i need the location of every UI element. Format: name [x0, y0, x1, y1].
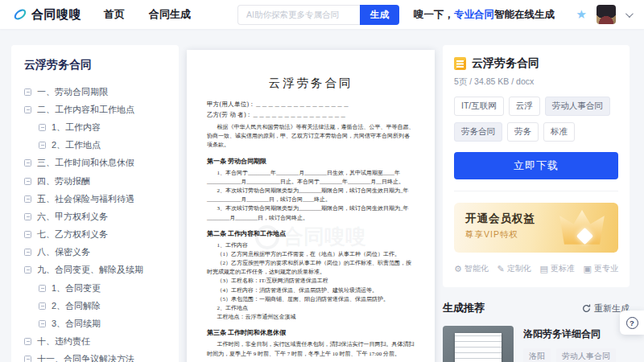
toc-label: 四、劳动报酬 — [37, 175, 90, 187]
toc-item[interactable]: 3、合同续期 — [24, 315, 171, 332]
doc-tag[interactable]: 标准 — [543, 122, 575, 142]
collapse-icon[interactable] — [24, 195, 31, 203]
doc-paragraph: 1、本合同于________年________月________日生效，其中试用… — [207, 169, 415, 187]
feature-item-1: ✎定制化 — [497, 263, 531, 274]
doc-meta: 5页 / 34.85 KB / docx — [454, 76, 618, 88]
doc-tag[interactable]: IT/互联网 — [454, 97, 504, 116]
collapse-icon[interactable] — [39, 285, 46, 292]
generate-button[interactable]: 生成 — [360, 5, 399, 25]
collapse-icon[interactable] — [39, 302, 46, 310]
collapse-icon[interactable] — [24, 106, 31, 113]
collapse-icon[interactable] — [39, 124, 46, 131]
collapse-icon[interactable] — [39, 320, 46, 327]
collapse-icon[interactable] — [24, 356, 31, 362]
doc-tag-list: IT/互联网云浮劳动人事合同劳务合同劳务标准 — [454, 97, 618, 142]
collapse-icon[interactable] — [39, 142, 46, 149]
toc-item[interactable]: 一、劳动合同期限 — [24, 83, 171, 101]
user-avatar[interactable] — [597, 5, 616, 24]
doc-paragraph: （3）工程名称：IT/互联网消防管道保温工程 — [207, 277, 415, 286]
recommend-tag[interactable]: 劳动人事合同 — [556, 348, 616, 362]
toc-item[interactable]: 1、合同变更 — [24, 279, 171, 297]
collapse-icon[interactable] — [24, 266, 31, 274]
help-floating-button[interactable]: ? — [620, 311, 644, 335]
feature-item-2: ▤更标准 — [539, 263, 574, 274]
nav-link-0[interactable]: 首页 — [104, 7, 125, 22]
doc-paragraph: 工作时间，非全日制，实行区域责任承包制，清扫保洁实行一日两扫。具体清扫时间为，夏… — [207, 340, 415, 358]
feature-icon: ▤ — [539, 264, 547, 274]
nav-link-1[interactable]: 合同生成 — [149, 7, 191, 22]
document-title: 云浮劳务合同 — [207, 76, 415, 91]
doc-paragraph: 3、本次续订劳动合同期限类型为________期限合同，续订合同生效日期为_年_… — [207, 204, 415, 222]
doc-section: 第二条 工作内容和工作地点1、工作内容（1）乙方同意根据甲方的工作需要，在（地点… — [207, 229, 415, 323]
doc-paragraph: 2、工作地点 — [207, 304, 415, 313]
toc-item[interactable]: 二、工作内容和工作地点 — [24, 101, 171, 118]
toc-label: 七、乙方权利义务 — [37, 228, 108, 241]
recommend-heading: 生成推荐 — [443, 301, 485, 315]
collapse-icon[interactable] — [24, 249, 31, 256]
recommend-thumbnail — [443, 326, 514, 362]
logo-text: 合同嗖嗖 — [31, 7, 81, 23]
toc-label: 三、工作时间和休息休假 — [37, 157, 134, 169]
doc-tag[interactable]: 劳务合同 — [454, 122, 502, 142]
doc-section-heading: 第三条 工作时间和休息休假 — [207, 328, 415, 337]
toc-item[interactable]: 六、甲方权利义务 — [24, 208, 171, 225]
chevron-down-icon[interactable] — [625, 10, 634, 18]
collapse-icon[interactable] — [24, 338, 31, 345]
toc-label: 九、合同变更、解除及续期 — [37, 264, 143, 276]
app-logo[interactable]: 合同嗖嗖 — [13, 7, 81, 23]
toc-item[interactable]: 三、工作时间和休息休假 — [24, 154, 171, 172]
search-input[interactable] — [237, 5, 360, 25]
site-tagline: 嗖一下，专业合同智能在线生成 — [414, 8, 555, 22]
collapse-icon[interactable] — [24, 231, 31, 238]
toc-item[interactable]: 十、违约责任 — [24, 333, 171, 351]
feature-icon: ✎ — [497, 264, 505, 274]
toc-label: 八、保密义务 — [37, 246, 90, 258]
doc-section: 第三条 工作时间和休息休假工作时间，非全日制，实行区域责任承包制，清扫保洁实行一… — [207, 328, 415, 358]
vip-banner[interactable]: 开通会员权益 尊享VIP特权 — [454, 203, 618, 253]
doc-tag[interactable]: 云浮 — [509, 97, 540, 116]
collapse-icon[interactable] — [24, 88, 31, 96]
toc-label: 2、工作地点 — [52, 139, 101, 151]
collapse-icon[interactable] — [24, 178, 31, 185]
collapse-icon[interactable] — [24, 213, 31, 220]
recommend-info: 洛阳劳务详细合同 洛阳劳动人事合同劳务合同劳务详细 — [523, 326, 630, 362]
toc-item[interactable]: 2、工作地点 — [24, 137, 171, 154]
doc-paragraph: （4）工程内容：消防管道保温、保温层防护、建筑垃圾清运等。 — [207, 286, 415, 295]
toc-item[interactable]: 十一、合同争议解决方法 — [24, 351, 171, 362]
document-page[interactable]: 合同嗖嗖 合同嗖嗖 云浮劳务合同 甲方(用人单位)：＿＿＿＿＿＿＿＿＿＿＿＿＿＿… — [187, 50, 435, 362]
toc-label: 1、合同变更 — [52, 282, 101, 294]
toc-item[interactable]: 2、合同解除 — [24, 297, 171, 315]
feature-label: 定制化 — [507, 263, 531, 274]
doc-paragraph: （2）乙方应按照甲方的要求和所从事工种（岗位）的工作标准、职责范围，按时完成规定… — [207, 259, 415, 277]
doc-section-heading: 第一条 劳动合同期限 — [207, 157, 415, 166]
toc-item[interactable]: 九、合同变更、解除及续期 — [24, 261, 171, 279]
toc-label: 六、甲方权利义务 — [37, 211, 108, 223]
document-preview-column: 合同嗖嗖 合同嗖嗖 云浮劳务合同 甲方(用人单位)：＿＿＿＿＿＿＿＿＿＿＿＿＿＿… — [187, 45, 435, 362]
doc-tag[interactable]: 劳动人事合同 — [545, 97, 610, 116]
toc-label: 二、工作内容和工作地点 — [37, 104, 134, 116]
toc-item[interactable]: 五、社会保险与福利待遇 — [24, 190, 171, 208]
divider — [454, 191, 618, 191]
recommend-card[interactable]: 洛阳劳务详细合同 洛阳劳动人事合同劳务合同劳务详细 — [443, 326, 630, 362]
toc-item[interactable]: 四、劳动报酬 — [24, 172, 171, 190]
doc-tag[interactable]: 劳务 — [507, 122, 539, 142]
recommend-tag[interactable]: 洛阳 — [523, 348, 551, 362]
download-button[interactable]: 立即下载 — [454, 152, 618, 179]
doc-paragraph: （1）乙方同意根据甲方的工作需要，在（地点）从事工种（岗位）工作。 — [207, 250, 415, 259]
toc-label: 十一、合同争议解决方法 — [37, 353, 134, 362]
document-info-panel: 云浮劳务合同 5页 / 34.85 KB / docx IT/互联网云浮劳动人事… — [443, 45, 630, 287]
toc-item[interactable]: 八、保密义务 — [24, 244, 171, 261]
doc-paragraph: 工程地点：云浮市通州区金溪城 — [207, 313, 415, 322]
document-sections: 第一条 劳动合同期限1、本合同于________年________月______… — [207, 157, 415, 362]
toc-list: 一、劳动合同期限二、工作内容和工作地点1、工作内容2、工作地点三、工作时间和休息… — [24, 83, 171, 362]
favorite-star-icon[interactable]: ★ — [576, 7, 587, 22]
document-preamble: 根据《中华人民共和国劳动法》等有关法律法规，遵循合法、公平、平等自愿、协商一致、… — [207, 123, 415, 150]
feature-list: ⚙智能化✎定制化▤更标准▣更专业 — [454, 263, 618, 274]
toc-item[interactable]: 1、工作内容 — [24, 118, 171, 136]
feature-label: 智能化 — [464, 263, 489, 274]
collapse-icon[interactable] — [24, 159, 31, 167]
toc-item[interactable]: 七、乙方权利义务 — [24, 226, 171, 244]
toc-label: 十、违约责任 — [37, 335, 90, 348]
feature-icon: ⚙ — [454, 264, 462, 274]
toc-sidebar: 云浮劳务合同 一、劳动合同期限二、工作内容和工作地点1、工作内容2、工作地点三、… — [11, 45, 179, 362]
